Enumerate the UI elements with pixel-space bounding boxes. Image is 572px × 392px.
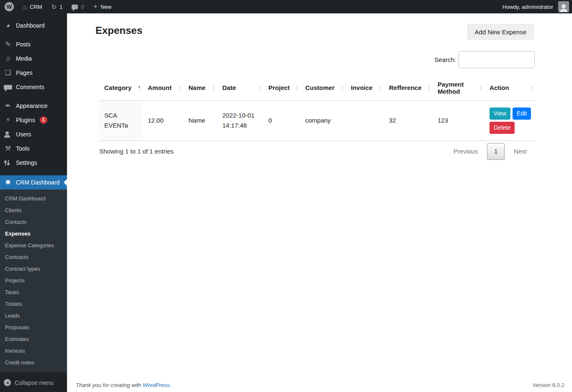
updates-menu[interactable]: ↻ 1 <box>47 0 67 13</box>
sidebar-item-settings[interactable]: Settings <box>0 156 67 170</box>
submenu-item-leads[interactable]: Leads <box>0 310 67 322</box>
column-header-label: Name <box>188 84 206 91</box>
edit-button[interactable]: Edit <box>513 108 531 120</box>
sort-desc-icon: ▼ <box>379 88 382 91</box>
sort-icon: ▲▼ <box>341 85 344 91</box>
sidebar-item-pages[interactable]: ❏Pages <box>0 66 67 80</box>
comments-count: 0 <box>81 4 84 10</box>
sort-desc-icon: ▼ <box>178 88 181 91</box>
plugins-update-badge: 1 <box>40 116 47 124</box>
column-header-label: Date <box>222 84 236 91</box>
submenu-item-contracts[interactable]: Contracts <box>0 251 67 263</box>
comments-menu[interactable]: 0 <box>67 0 88 13</box>
users-icon <box>4 131 12 138</box>
expenses-table: Category▲▼Amount▲▼Name▲▼Date▲▼Project▲▼C… <box>99 75 535 141</box>
cell-action: ViewEditDelete <box>484 100 535 141</box>
sort-icon: ▲▼ <box>295 85 298 91</box>
sidebar-item-label: Users <box>16 131 31 138</box>
dashboard-icon: ◕ <box>4 22 12 29</box>
page-number-button[interactable]: 1 <box>487 143 505 160</box>
sidebar-item-label: CRM Dashboard <box>16 179 59 186</box>
sidebar-item-media[interactable]: ♫Media <box>0 51 67 66</box>
sort-desc-icon: ▼ <box>530 88 533 91</box>
wordpress-link[interactable]: WordPress <box>143 382 170 388</box>
column-header-invoice[interactable]: Invoice▲▼ <box>346 75 384 100</box>
site-name-menu[interactable]: ⌂ CRM <box>18 0 47 13</box>
sort-desc-icon: ▼ <box>479 88 482 91</box>
sort-icon: ▲▼ <box>212 85 215 91</box>
sort-asc-icon: ▲ <box>295 85 298 88</box>
admin-bar: W ⌂ CRM ↻ 1 0 + New Howdy, administrator <box>0 0 572 13</box>
submenu-item-proposals[interactable]: Proposals <box>0 322 67 333</box>
sort-asc-icon: ▲ <box>341 85 344 88</box>
column-header-refference[interactable]: Refference▲▼ <box>384 75 433 100</box>
cell-project: 0 <box>263 100 300 141</box>
column-header-label: Payment Method <box>438 81 464 95</box>
user-avatar-icon <box>559 4 568 12</box>
previous-page-button[interactable]: Previous <box>445 148 486 155</box>
column-header-date[interactable]: Date▲▼ <box>217 75 263 100</box>
new-content-menu[interactable]: + New <box>89 0 116 13</box>
sidebar-item-comments[interactable]: Comments <box>0 80 67 94</box>
sort-desc-icon: ▼ <box>295 88 298 91</box>
cell-date: 2022-10-01 14:17:48 <box>217 100 263 141</box>
submenu-item-tickets[interactable]: Tickets <box>0 298 67 310</box>
submenu-item-crm-dashboard[interactable]: CRM Dashboard <box>0 193 67 205</box>
column-header-amount[interactable]: Amount▲▼ <box>143 75 183 100</box>
settings-icon <box>4 160 12 166</box>
submenu-item-projects[interactable]: Projects <box>0 275 67 287</box>
wordpress-menu[interactable]: W <box>0 0 18 13</box>
submenu-item-contacts[interactable]: Contacts <box>0 216 67 228</box>
sort-icon: ▲▼ <box>479 85 482 91</box>
submenu-item-tasks[interactable]: Tasks <box>0 287 67 298</box>
search-input[interactable] <box>459 51 535 68</box>
sidebar-item-dashboard[interactable]: ◕Dashboard <box>0 18 67 33</box>
sidebar-item-appearance[interactable]: ✒Appearance <box>0 99 67 113</box>
footer: Thank you for creating with WordPress. V… <box>76 382 564 388</box>
cell-refference: 32 <box>384 100 433 141</box>
submenu-item-expenses[interactable]: Expenses <box>0 228 67 240</box>
wordpress-logo-icon: W <box>5 2 14 11</box>
column-header-name[interactable]: Name▲▼ <box>183 75 217 100</box>
sort-icon: ▲▼ <box>530 85 533 91</box>
my-account-menu[interactable]: Howdy, administrator <box>501 0 555 13</box>
sidebar-item-plugins[interactable]: ⚡Plugins1 <box>0 113 67 127</box>
table-body: SCA EVENTa12.00Name2022-10-01 14:17:480c… <box>99 100 535 141</box>
column-header-project[interactable]: Project▲▼ <box>263 75 300 100</box>
submenu-item-expense-categories[interactable]: Expense Categories <box>0 240 67 251</box>
submenu-item-contract-types[interactable]: Contract types <box>0 263 67 275</box>
column-header-payment-method[interactable]: Payment Method▲▼ <box>433 75 484 100</box>
cell-category: SCA EVENTa <box>99 100 143 141</box>
column-header-label: Project <box>268 84 290 91</box>
sidebar-item-users[interactable]: Users <box>0 127 67 141</box>
sort-icon: ▲▼ <box>379 85 382 91</box>
sidebar-item-label: Comments <box>16 83 44 91</box>
collapse-menu-button[interactable]: ◂ Collapse menu <box>0 376 67 389</box>
submenu-item-credit-notes[interactable]: Credit notes <box>0 357 67 369</box>
column-header-label: Invoice <box>351 84 373 91</box>
table-row: SCA EVENTa12.00Name2022-10-01 14:17:480c… <box>99 100 535 141</box>
sidebar-item-label: Appearance <box>16 102 48 110</box>
sidebar-item-posts[interactable]: ✎Posts <box>0 37 67 51</box>
plugins-icon: ⚡ <box>4 117 12 123</box>
submenu-item-estimates[interactable]: Estimates <box>0 333 67 345</box>
submenu-item-invoices[interactable]: Invoices <box>0 345 67 357</box>
next-page-button[interactable]: Next <box>505 148 535 155</box>
page-title: Expenses <box>95 25 142 36</box>
avatar[interactable] <box>558 1 569 12</box>
column-header-category[interactable]: Category▲▼ <box>99 75 143 100</box>
expenses-table-area: Category▲▼Amount▲▼Name▲▼Date▲▼Project▲▼C… <box>99 75 535 160</box>
add-new-expense-button[interactable]: Add New Expense <box>467 24 534 40</box>
table-footer-controls: Showing 1 to 1 of 1 entries Previous 1 N… <box>99 143 535 160</box>
sidebar-item-tools[interactable]: ⚒Tools <box>0 141 67 156</box>
delete-button[interactable]: Delete <box>490 122 515 134</box>
pages-icon: ❏ <box>4 69 12 76</box>
cell-name: Name <box>183 100 217 141</box>
view-button[interactable]: View <box>490 108 510 120</box>
sort-desc-icon: ▼ <box>258 88 261 91</box>
sidebar-item-crm-dashboard[interactable]: ✱ CRM Dashboard <box>0 175 67 190</box>
column-header-label: Customer <box>305 84 335 91</box>
submenu-item-clients[interactable]: Clients <box>0 205 67 216</box>
column-header-customer[interactable]: Customer▲▼ <box>300 75 346 100</box>
column-header-action[interactable]: Action▲▼ <box>484 75 535 100</box>
